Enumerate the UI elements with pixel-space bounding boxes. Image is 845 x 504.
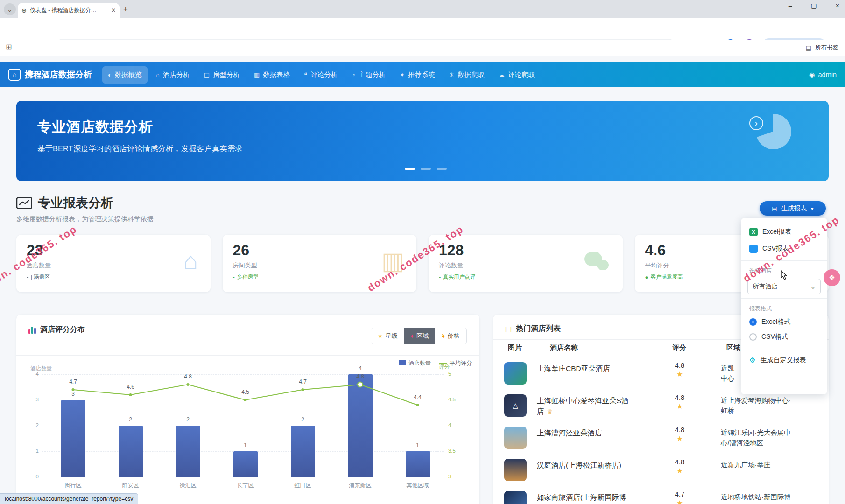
format-option-CSV格式[interactable]: CSV格式 <box>741 329 827 344</box>
stat-sub-icon: ▪ <box>439 274 441 280</box>
bar-value-label: 1 <box>233 442 258 448</box>
价格-icon: ¥ <box>442 333 445 339</box>
nav-item-数据表格[interactable]: ▦数据表格 <box>248 66 296 84</box>
radio-selected[interactable] <box>749 318 757 326</box>
carousel-indicators[interactable] <box>405 168 447 170</box>
bar-虹口区[interactable] <box>291 426 315 477</box>
right-axis-title: 评分 <box>439 364 450 371</box>
format-option-label: CSV格式 <box>761 333 788 341</box>
format-option-Excel格式[interactable]: Excel格式 <box>741 315 827 329</box>
chart-tab-星级[interactable]: ★星级 <box>371 328 404 344</box>
new-tab-button[interactable]: + <box>123 5 128 14</box>
apps-grid-icon[interactable]: ⊞ <box>6 42 12 51</box>
dashboard-page: ⌂ 携程酒店数据分析 ◐数据概览⌂酒店分析▤房型分析▦数据表格❝评论分析◔主题分… <box>0 56 845 504</box>
category-label: 闵行区 <box>44 482 102 490</box>
hotel-row[interactable]: 上海漕河泾亚朵酒店4.8★近锦江乐园·光大会展中 心/漕河泾地区 <box>493 422 829 454</box>
window-minimize-button[interactable]: – <box>789 2 792 9</box>
grid-line <box>42 374 444 375</box>
hotel-name[interactable]: 上海虹桥中心爱琴海亚朵S酒 店♕ <box>537 395 658 417</box>
hotel-thumbnail: △ <box>504 394 527 417</box>
chart-tab-区域[interactable]: ♦区域 <box>404 328 435 344</box>
bar-静安区[interactable] <box>119 426 143 477</box>
nav-item-数据爬取[interactable]: ✳数据爬取 <box>444 66 490 84</box>
chart-legend: 酒店数量 平均评分 <box>399 359 472 367</box>
caret-down-icon: ▾ <box>811 205 814 212</box>
nav-item-推荐系统[interactable]: ✦推荐系统 <box>394 66 441 84</box>
stat-sub-text: 多种房型 <box>237 273 259 280</box>
report-doc-icon: ▤ <box>772 205 777 212</box>
x-axis-line <box>42 477 448 477</box>
generate-report-button[interactable]: ▤ 生成报表 ▾ <box>760 201 826 216</box>
hotel-thumbnail <box>504 427 527 449</box>
floating-widget-badge[interactable]: ❖ <box>824 269 840 286</box>
star-icon: ★ <box>667 499 693 504</box>
nav-item-评论爬取[interactable]: ☁评论爬取 <box>493 66 541 84</box>
tab-search-button[interactable]: ⌄ <box>4 3 16 15</box>
carousel-dot-3[interactable] <box>437 168 447 170</box>
nav-item-数据概览[interactable]: ◐数据概览 <box>102 66 148 84</box>
hotel-name[interactable]: 上海莘庄CBD亚朵酒店 <box>537 363 658 374</box>
hotel-name[interactable]: 汉庭酒店(上海松江新桥店) <box>537 460 658 470</box>
hotel-row[interactable]: 汉庭酒店(上海松江新桥店)4.8★近新九广场·莘庄 <box>493 454 829 486</box>
custom-report-item[interactable]: ⚙ 生成自定义报表 <box>741 351 827 366</box>
chart-divider <box>16 355 479 356</box>
user-menu[interactable]: ◉ admin <box>809 71 837 78</box>
star-icon: ★ <box>667 467 693 475</box>
grid-line <box>42 426 444 426</box>
hero-banner: 专业酒店数据分析 基于BERT深度学习的酒店评论情感分析，发掘客户真实需求 › <box>16 101 829 181</box>
hotel-row[interactable]: 如家商旅酒店(上海新国际博4.7★近地桥地铁站·新国际博 <box>493 486 829 504</box>
left-tick: 4 <box>25 371 39 377</box>
crown-icon: ♕ <box>547 408 553 415</box>
rating-point-label: 4.8 <box>179 373 197 380</box>
hotel-col-header-酒店名称: 酒店名称 <box>550 343 578 352</box>
hotel-thumbnail <box>504 459 527 481</box>
bar-浦东新区[interactable] <box>348 374 373 477</box>
nav-item-房型分析[interactable]: ▤房型分析 <box>198 66 246 84</box>
category-label: 其他区域 <box>389 482 446 490</box>
hotel-col-header-评分: 评分 <box>672 343 686 352</box>
tab-close-icon[interactable]: ✕ <box>111 7 116 14</box>
hotel-region: 近锦江乐园·光大会展中 心/漕河泾地区 <box>721 427 821 448</box>
hotel-name[interactable]: 上海漕河泾亚朵酒店 <box>537 427 658 438</box>
nav-item-icon: ✳ <box>449 71 454 78</box>
category-label: 长宁区 <box>217 482 274 490</box>
custom-report-label: 生成自定义报表 <box>760 356 806 364</box>
carousel-dot-1[interactable] <box>405 168 415 170</box>
category-label: 虹口区 <box>274 482 331 490</box>
hotel-name[interactable]: 如家商旅酒店(上海新国际博 <box>537 492 658 503</box>
bar-闵行区[interactable] <box>61 400 85 477</box>
rating-point-label: 4.8 <box>351 373 370 380</box>
window-close-button[interactable]: × <box>836 2 839 9</box>
hotel-region: 近地桥地铁站·新国际博 <box>721 492 821 502</box>
nav-item-主题分析[interactable]: ◔主题分析 <box>346 66 391 84</box>
browser-tab[interactable]: ⊕ 仪表盘 - 携程酒店数据分析系统 ✕ <box>18 3 120 18</box>
legend-hotel-count: 酒店数量 <box>399 359 431 367</box>
bar-其他区域[interactable] <box>406 451 430 477</box>
chart-tab-价格[interactable]: ¥价格 <box>435 328 466 344</box>
nav-item-评论分析[interactable]: ❝评论分析 <box>298 66 343 84</box>
bar-长宁区[interactable] <box>233 451 258 477</box>
stat-card-评论数量: 128评论数量▪真实用户点评 <box>429 235 623 292</box>
Excel报表-icon: X <box>749 228 758 236</box>
nav-item-酒店分析[interactable]: ⌂酒店分析 <box>150 66 196 84</box>
report-section-head: 专业报表分析 多维度数据分析报表，为管理决策提供科学依据 <box>16 195 154 224</box>
CSV报表-icon: ≡ <box>749 245 758 253</box>
all-bookmarks-button[interactable]: 所有书签 <box>815 44 838 52</box>
nav-item-label: 酒店分析 <box>163 70 190 79</box>
hotel-region: 近新九广场·莘庄 <box>721 460 821 470</box>
radio-unselected[interactable] <box>749 333 757 341</box>
bar-徐汇区[interactable] <box>176 426 200 477</box>
hotel-select[interactable]: 所有酒店 ⌄ <box>747 279 821 294</box>
legend-bar-swatch <box>399 360 406 365</box>
hotel-col-header-区域: 区域 <box>726 343 740 352</box>
app-brand[interactable]: ⌂ 携程酒店数据分析 <box>8 69 92 81</box>
category-label: 徐汇区 <box>159 482 217 490</box>
carousel-dot-2[interactable] <box>421 168 431 170</box>
hotel-select-value: 所有酒店 <box>753 282 778 291</box>
hotel-row[interactable]: △上海虹桥中心爱琴海亚朵S酒 店♕4.8★近上海爱琴海购物中心· 虹桥 <box>493 390 829 422</box>
chart-title: 酒店评分分布 <box>40 325 85 335</box>
hotel-rating: 4.8★ <box>667 458 693 475</box>
nav-item-label: 评论分析 <box>310 70 338 79</box>
window-maximize-button[interactable]: ▢ <box>811 2 817 9</box>
rating-point-label: 4.6 <box>121 384 140 390</box>
